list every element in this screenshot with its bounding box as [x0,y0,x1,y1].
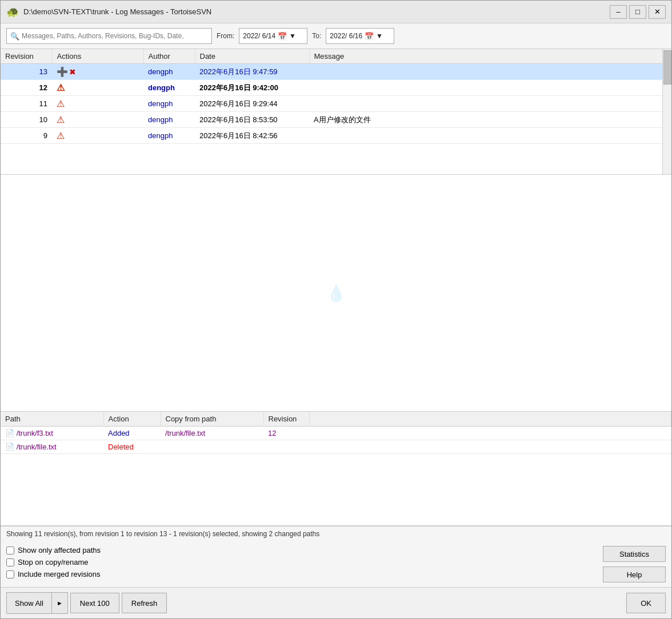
table-row[interactable]: 9 ⚠ dengph 2022年6月16日 8:42:56 [1,128,671,144]
mod-icon: ⚠ [57,83,65,93]
col-header-revision[interactable]: Revision [263,412,309,427]
include-merged-checkbox[interactable] [6,570,14,578]
stop-on-copy-item[interactable]: Stop on copy/rename [6,558,101,566]
table-row[interactable]: 11 ⚠ dengph 2022年6月16日 9:29:44 [1,96,671,112]
window-controls: – □ ✕ [610,5,666,19]
cell-date: 2022年6月16日 9:42:00 [195,80,309,96]
action-added: Added [108,429,130,437]
show-all-arrow-button[interactable]: ► [52,593,67,613]
from-date-box[interactable]: 2022/ 6/14 📅 ▼ [239,28,307,44]
search-icon: 🔍 [10,32,19,41]
cell-message [309,128,671,144]
main-content: Revision Actions Author Date Message 13 [1,49,671,618]
cell-actions: ⚠ [52,112,143,128]
path-link[interactable]: /trunk/file.txt [17,443,57,451]
from-date-dropdown[interactable]: ▼ [289,32,296,40]
maximize-button[interactable]: □ [629,5,646,19]
col-header-author[interactable]: Author [143,49,195,64]
cell-revision: 13 [1,64,52,80]
cell-message [309,96,671,112]
from-date-value: 2022/ 6/14 [243,32,275,40]
include-merged-label: Include merged revisions [18,570,101,578]
to-label: To: [312,32,321,40]
to-date-dropdown[interactable]: ▼ [376,32,383,40]
show-all-group: Show All ► [6,592,68,614]
cell-revision: 12 [1,80,52,96]
col-header-action[interactable]: Action [103,412,161,427]
checkboxes-group: Show only affected paths Stop on copy/re… [6,546,101,582]
cell-author: dengph [143,96,195,112]
cell-copy-from [161,440,263,454]
cell-empty [309,427,671,440]
close-button[interactable]: ✕ [649,5,666,19]
include-merged-item[interactable]: Include merged revisions [6,570,101,578]
path-table-section: Path Action Copy from path Revision 📄 /t… [1,412,671,526]
col-header-actions[interactable]: Actions [52,49,143,64]
cell-path: 📄 /trunk/f3.txt [1,427,103,440]
col-header-date[interactable]: Date [195,49,309,64]
search-input[interactable] [22,32,208,40]
path-table-body: 📄 /trunk/f3.txt Added /trunk/file.txt 12 [1,427,671,454]
show-affected-paths-label: Show only affected paths [18,546,101,554]
cell-actions: ⚠ [52,96,143,112]
table-row[interactable]: 13 ➕ ✖ dengph 2022年6月16日 9:47:59 [1,64,671,80]
stop-on-copy-checkbox[interactable] [6,558,14,566]
main-window: 🐢 D:\demo\SVN-TEXT\trunk - Log Messages … [0,0,672,619]
help-button[interactable]: Help [603,566,666,582]
show-affected-paths-item[interactable]: Show only affected paths [6,546,101,554]
cell-date: 2022年6月16日 8:42:56 [195,128,309,144]
cell-actions: ⚠ [52,128,143,144]
refresh-button[interactable]: Refresh [122,593,167,613]
cell-author: dengph [143,64,195,80]
ok-button[interactable]: OK [626,593,666,613]
log-table-body: 13 ➕ ✖ dengph 2022年6月16日 9:47:59 [1,64,671,144]
cell-message [309,64,671,80]
log-table: Revision Actions Author Date Message 13 [1,49,671,144]
watermark: 💧 [326,284,346,303]
calendar-icon-to[interactable]: 📅 [365,32,374,41]
col-header-empty [309,412,671,427]
calendar-icon-from[interactable]: 📅 [278,32,287,41]
col-header-copy-from[interactable]: Copy from path [161,412,263,427]
cell-revision: 12 [263,427,309,440]
cell-action: Added [103,427,161,440]
table-row[interactable]: 📄 /trunk/f3.txt Added /trunk/file.txt 12 [1,427,671,440]
search-box[interactable]: 🔍 [6,28,212,44]
table-row[interactable]: 10 ⚠ dengph 2022年6月16日 8:53:50 A用户修改的文件 [1,112,671,128]
cell-author: dengph [143,80,195,96]
cell-path: 📄 /trunk/file.txt [1,440,103,454]
path-table: Path Action Copy from path Revision 📄 /t… [1,412,671,454]
delete-icon: ✖ [69,67,76,77]
cell-date: 2022年6月16日 8:53:50 [195,112,309,128]
scrollbar-thumb[interactable] [663,50,671,85]
file-icon: 📄 [5,429,14,437]
minimize-button[interactable]: – [610,5,627,19]
path-link[interactable]: /trunk/f3.txt [17,429,53,437]
side-buttons: Statistics Help [603,546,666,582]
cell-action: Deleted [103,440,161,454]
cell-date: 2022年6月16日 9:47:59 [195,64,309,80]
next-100-button[interactable]: Next 100 [70,593,119,613]
log-table-header: Revision Actions Author Date Message [1,49,671,64]
table-row[interactable]: 📄 /trunk/file.txt Deleted [1,440,671,454]
show-affected-paths-checkbox[interactable] [6,546,14,554]
table-row[interactable]: 12 ⚠ dengph 2022年6月16日 9:42:00 [1,80,671,96]
show-all-button[interactable]: Show All [7,593,52,613]
col-header-path[interactable]: Path [1,412,103,427]
statistics-button[interactable]: Statistics [603,546,666,562]
toolbar: 🔍 From: 2022/ 6/14 📅 ▼ To: 2022/ 6/16 📅 … [1,23,671,49]
title-bar-left: 🐢 D:\demo\SVN-TEXT\trunk - Log Messages … [6,6,211,18]
mod-icon: ⚠ [57,115,65,124]
log-table-scrollbar[interactable] [662,49,671,174]
cell-message: A用户修改的文件 [309,112,671,128]
mod-icon: ⚠ [57,131,65,140]
from-label: From: [217,32,234,40]
to-date-box[interactable]: 2022/ 6/16 📅 ▼ [326,28,394,44]
col-header-revision[interactable]: Revision [1,49,52,64]
cell-author: dengph [143,128,195,144]
action-deleted: Deleted [108,443,134,451]
app-icon: 🐢 [6,6,19,18]
cell-revision: 11 [1,96,52,112]
col-header-message[interactable]: Message [309,49,671,64]
bottom-bar: Show All ► Next 100 Refresh OK [1,587,671,618]
